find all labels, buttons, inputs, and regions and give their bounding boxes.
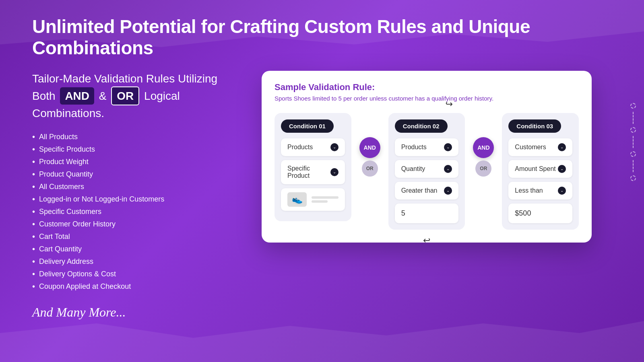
chevron-down-icon: ⌄ [558,165,566,173]
main-title: Unlimited Potential for Crafting Custom … [32,16,612,59]
product-line-short [312,200,328,203]
condition-03-label: Condition 03 [508,119,561,133]
list-item: Cart Quantity [32,243,225,255]
sample-card-title: Sample Validation Rule: [275,82,579,93]
subtitle: Tailor-Made Validation Rules Utilizing B… [32,71,225,121]
condition-01-label: Condition 01 [281,119,334,133]
list-item: Delivery Address [32,255,225,268]
and-many-more: And Many More... [32,305,225,320]
connector-or-button[interactable]: OR [362,160,378,177]
condition-03-value[interactable]: $500 [508,204,572,223]
arrow-curve-icon: ↩ [446,99,453,109]
condition-01-card: Condition 01 Products ⌄ Specific Product… [275,113,351,221]
dashed-line-3 [633,160,634,172]
dashed-decoration [630,103,636,181]
condition-03-field2[interactable]: Amount Spent ⌄ [508,160,572,178]
condition-03-card: Condition 03 Customers ⌄ Amount Spent ⌄ … [502,113,579,230]
dashed-line-1 [633,112,634,124]
condition-01-field2[interactable]: Specific Product ⌄ [281,160,345,184]
dash-circle-1 [630,103,636,109]
condition-02-field3[interactable]: Greater than ⌄ [395,182,459,200]
connector-and-button[interactable]: AND [359,137,380,158]
list-item: Customer Order History [32,218,225,230]
list-item: Cart Total [32,230,225,243]
badge-and: AND [60,87,94,105]
product-lines [312,196,339,203]
right-column: Sample Validation Rule: Sports Shoes lim… [242,71,612,243]
list-item: Delivery Options & Cost [32,268,225,280]
dashed-line-2 [633,136,634,148]
dash-circle-3 [630,151,636,157]
connector-2: AND OR [473,113,494,177]
arrow-down-icon: ↩ [423,235,430,246]
product-line-full [312,196,339,199]
condition-02-field2[interactable]: Quantity ⌄ [395,160,459,178]
chevron-down-icon: ⌄ [558,143,566,151]
list-item: All Customers [32,181,225,193]
chevron-down-icon: ⌄ [330,168,339,176]
list-item: Product Weight [32,156,225,168]
list-item: Coupon Applied at Checkout [32,280,225,293]
subtitle-both: Both [32,90,56,102]
conditions-row: Condition 01 Products ⌄ Specific Product… [275,113,579,230]
connector-or-button-2[interactable]: OR [475,160,491,177]
sample-card: Sample Validation Rule: Sports Shoes lim… [262,71,592,243]
dash-circle-4 [630,175,636,181]
subtitle-line1: Tailor-Made Validation Rules Utilizing [32,72,217,85]
features-list: All Products Specific Products Product W… [32,131,225,293]
condition-02-card: ↩ Condition 02 Products ⌄ Quantity ⌄ Gre… [388,113,465,230]
condition-02-value[interactable]: 5 [395,204,459,223]
connector-and-button-2[interactable]: AND [473,137,494,158]
chevron-down-icon: ⌄ [444,143,452,151]
list-item: Product Quantity [32,168,225,181]
condition-03-field3[interactable]: Less than ⌄ [508,182,572,200]
badge-or: OR [111,86,139,105]
shoe-image: 👟 [287,192,307,207]
chevron-down-icon: ⌄ [444,187,452,195]
list-item: Specific Products [32,143,225,156]
chevron-down-icon: ⌄ [330,143,339,151]
chevron-down-icon: ⌄ [444,165,452,173]
connector-1: AND OR [359,113,380,177]
condition-02-label: Condition 02 [395,119,448,133]
sample-card-description: Sports Shoes limited to 5 per order unle… [275,95,579,102]
list-item: Logged-in or Not Logged-in Customers [32,193,225,206]
condition-02-field1[interactable]: Products ⌄ [395,138,459,156]
list-item: All Products [32,131,225,143]
dash-circle-2 [630,127,636,133]
list-item: Specific Customers [32,206,225,218]
condition-03-field1[interactable]: Customers ⌄ [508,138,572,156]
condition-01-field1[interactable]: Products ⌄ [281,138,345,156]
subtitle-ampersand: & [99,90,107,102]
left-column: Tailor-Made Validation Rules Utilizing B… [32,71,225,320]
chevron-down-icon: ⌄ [558,187,566,195]
product-preview: 👟 [281,188,345,211]
